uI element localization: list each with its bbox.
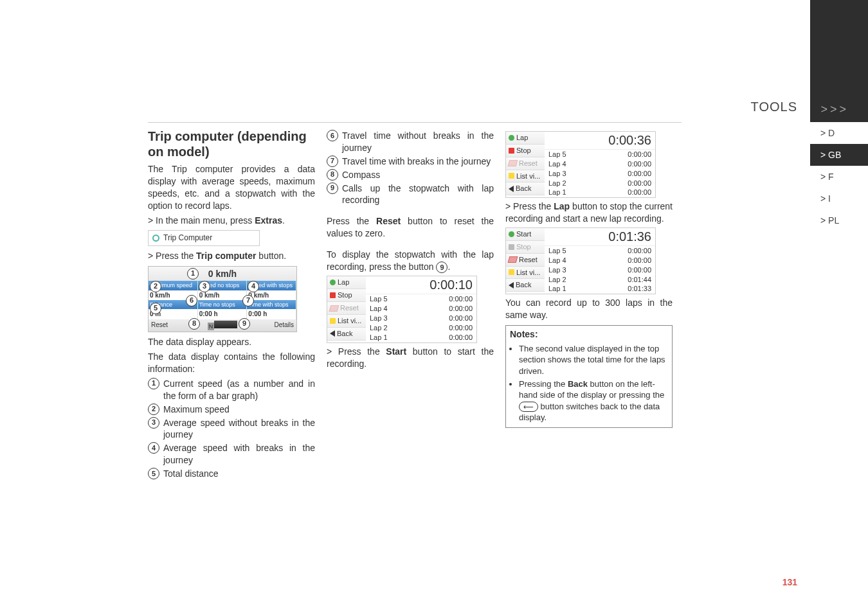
- lap-row: Lap 50:00:00: [545, 246, 655, 256]
- column-1: Trip computer (depending on model) The T…: [148, 129, 315, 481]
- text: > In the main menu, press: [148, 215, 255, 226]
- num-7-icon: 7: [327, 155, 338, 167]
- callout-8-icon: 8: [188, 318, 200, 330]
- text: .: [448, 262, 450, 272]
- bold-back: Back: [568, 379, 588, 389]
- stopwatch-screenshot-3: Start Stop Reset List vi... Back 0:01:36…: [505, 227, 656, 294]
- listview-button[interactable]: List vi...: [506, 267, 545, 280]
- sidebar-item-i[interactable]: > I: [810, 188, 868, 209]
- stopwatch-sidebar: Lap Stop Reset List vi... Back: [506, 132, 545, 197]
- listview-button[interactable]: List vi...: [506, 170, 545, 183]
- reset-button[interactable]: Reset: [506, 157, 545, 170]
- display-paragraph: To display the stopwatch with the lap re…: [327, 249, 494, 273]
- text: Press the: [327, 216, 376, 226]
- lap-button[interactable]: Lap: [327, 276, 366, 289]
- callout-5-icon: 5: [150, 303, 161, 314]
- speedometer-icon: [152, 235, 159, 242]
- stopwatch-data: 0:00:36 Lap 50:00:00 Lap 40:00:00 Lap 30…: [545, 132, 655, 197]
- text: > Press the: [505, 201, 554, 211]
- back-icon: [509, 282, 514, 289]
- stopwatch-data: 0:00:10 Lap 50:00:00 Lap 40:00:00 Lap 30…: [366, 276, 476, 342]
- back-button[interactable]: Back: [327, 328, 366, 341]
- label: Stop: [516, 242, 531, 252]
- stop-button[interactable]: Stop: [506, 241, 545, 254]
- listview-button[interactable]: List vi...: [327, 315, 366, 328]
- back-icon: [509, 186, 514, 192]
- list-text: Travel time without breaks in the journe…: [342, 130, 494, 154]
- compass-icon: [214, 321, 237, 328]
- list-item-2: 2Maximum speed: [148, 404, 315, 416]
- start-button[interactable]: Start: [506, 228, 545, 241]
- page-content: Trip computer (depending on model) The T…: [148, 129, 688, 481]
- reset-button[interactable]: Reset: [506, 254, 545, 267]
- sidebar-item-gb[interactable]: > GB: [810, 144, 868, 166]
- label: Lap: [516, 133, 528, 143]
- list-item-5: 5Total distance: [148, 468, 315, 480]
- label: Back: [516, 280, 531, 290]
- note-after: You can record up to 300 laps in the sam…: [505, 297, 673, 321]
- column-3: Lap Stop Reset List vi... Back 0:00:36 L…: [505, 129, 673, 481]
- num-9-inline-icon: 9: [436, 262, 448, 273]
- lap-row: Lap 20:00:00: [545, 179, 655, 188]
- values-row: 0 km/h 0 km/h 0 km/h: [149, 290, 296, 301]
- horizontal-rule: [148, 122, 682, 123]
- text: > Press the: [327, 346, 386, 357]
- stopwatch-time: 0:00:36: [545, 132, 655, 150]
- notes-box: Notes: The second value displayed in the…: [505, 325, 673, 428]
- stop-icon: [509, 148, 514, 154]
- stop-button[interactable]: Stop: [327, 289, 366, 302]
- column-2: 6Travel time without breaks in the journ…: [327, 129, 494, 481]
- num-9-icon: 9: [327, 182, 338, 194]
- lap-row: Lap 10:00:00: [545, 188, 655, 197]
- label-time-nostops: Time no stops: [198, 300, 248, 309]
- details-button-label[interactable]: Details: [247, 319, 296, 332]
- lap-row: Lap 40:00:00: [545, 256, 655, 265]
- values-row-2: 0 m 0:00 h 0:00 h: [149, 309, 296, 319]
- start-paragraph: > Press the Start button to start the re…: [327, 346, 494, 370]
- lap-row: Lap 50:00:00: [366, 294, 476, 304]
- lap-paragraph: > Press the Lap button to stop the curre…: [505, 200, 673, 225]
- label: Reset: [519, 159, 538, 168]
- stopwatch-time: 0:00:10: [366, 276, 476, 294]
- num-2-icon: 2: [148, 404, 159, 415]
- back-icon: [330, 330, 335, 337]
- num-6-icon: 6: [327, 130, 338, 141]
- eraser-icon: [508, 160, 518, 166]
- reset-paragraph: Press the Reset button to reset the valu…: [327, 215, 494, 240]
- lap-row: Lap 30:00:00: [366, 314, 476, 323]
- label: List vi...: [516, 172, 540, 181]
- label: List vi...: [516, 268, 540, 278]
- stopwatch-data: 0:01:36 Lap 50:00:00 Lap 40:00:00 Lap 30…: [545, 228, 655, 294]
- language-sidebar: > D > GB > F > I > PL: [810, 122, 868, 231]
- current-speed: 0 km/h: [149, 267, 296, 281]
- stopwatch-screenshot-1: Lap Stop Reset List vi... Back 0:00:10 L…: [327, 276, 477, 342]
- lap-button[interactable]: Lap: [506, 132, 545, 145]
- sidebar-item-d[interactable]: > D: [810, 122, 868, 144]
- label: Back: [337, 329, 352, 339]
- sidebar-item-f[interactable]: > F: [810, 166, 868, 188]
- bold-start: Start: [386, 346, 406, 357]
- sidebar-item-pl[interactable]: > PL: [810, 209, 868, 231]
- stop-icon: [330, 292, 336, 298]
- list-text: Average speed with breaks in the journey: [163, 442, 315, 466]
- value-time-nostops: 0:00 h: [198, 309, 248, 319]
- label: Start: [516, 229, 531, 239]
- label: Back: [516, 184, 531, 193]
- note-2: Pressing the Back button on the left-han…: [519, 378, 668, 423]
- after-2: The data display contains the following …: [148, 351, 315, 375]
- bold-extras: Extras: [255, 215, 282, 226]
- reset-button[interactable]: Reset: [327, 302, 366, 315]
- text: To display the stopwatch with the lap re…: [327, 249, 494, 272]
- label-time-withstops: Time with stops: [247, 300, 296, 309]
- compass-n-icon: N: [208, 323, 214, 330]
- section-header: TOOLS: [751, 100, 797, 114]
- list-item-3: 3Average speed without breaks in the jou…: [148, 417, 315, 441]
- text: > Press the: [148, 251, 196, 261]
- back-button[interactable]: Back: [506, 279, 545, 292]
- step-1: > In the main menu, press Extras.: [148, 215, 315, 227]
- trip-computer-menuitem[interactable]: Trip Computer: [148, 230, 260, 245]
- back-button[interactable]: Back: [506, 182, 545, 195]
- stopwatch-screenshot-2: Lap Stop Reset List vi... Back 0:00:36 L…: [505, 131, 656, 198]
- stop-button[interactable]: Stop: [506, 145, 545, 157]
- num-5-icon: 5: [148, 468, 159, 479]
